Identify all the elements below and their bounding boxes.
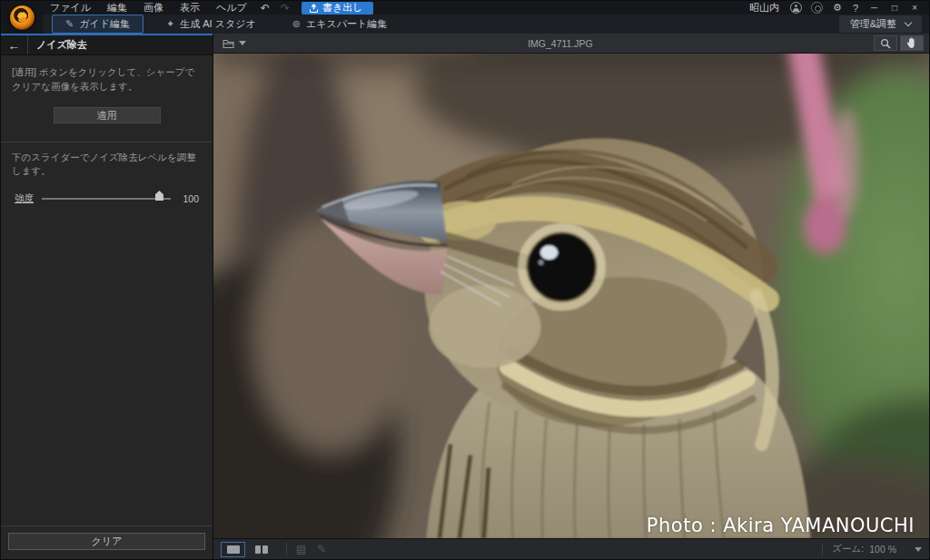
menu-item-help[interactable]: ヘルプ [209, 1, 254, 15]
split-pane-icon [262, 545, 268, 554]
folder-icon [223, 38, 236, 49]
strength-slider-handle[interactable] [155, 191, 163, 201]
zoom-tool-button[interactable] [874, 35, 897, 51]
tab-generative-ai-studio[interactable]: ✦ 生成 AI スタジオ [153, 15, 270, 34]
export-label: 書き出し [322, 1, 363, 15]
strength-slider-track[interactable] [42, 198, 171, 200]
strength-slider-label[interactable]: 強度 [15, 192, 34, 205]
settings-gear-icon[interactable]: ⚙ [828, 2, 846, 14]
maximize-button[interactable]: □ [885, 1, 904, 15]
account-icon[interactable] [790, 2, 802, 14]
hand-icon [906, 37, 917, 49]
zoom-value: 100 % [869, 544, 896, 555]
pencil-icon: ✎ [65, 18, 74, 30]
manage-adjust-label: 管理&調整 [850, 17, 896, 31]
zoom-dropdown-icon[interactable] [915, 547, 922, 552]
split-view-button[interactable] [249, 542, 273, 557]
single-view-button[interactable] [221, 542, 245, 557]
menu-bar: ファイル 編集 画像 表示 ヘルプ ↶ ↷ 書き出し 昭山内 ⚙ [43, 1, 929, 15]
canvas-footer: ▤ ✎ ズーム: 100 % [213, 538, 929, 559]
menu-item-file[interactable]: ファイル [43, 1, 98, 15]
workspace-tab-bar: ✎ ガイド編集 ✦ 生成 AI スタジオ ⊚ エキスパート編集 管理&調整 [43, 15, 929, 34]
folder-dropdown-icon [239, 41, 246, 45]
noise-removal-panel: ← ノイズ除去 [適用] ボタンをクリックして、シャープでクリアな画像を表示しま… [1, 34, 213, 559]
pen-adjust-icon: ✎ [317, 543, 326, 555]
canvas-area: IMG_4711.JPG [213, 34, 929, 559]
panel-title: ノイズ除去 [28, 35, 87, 54]
zoom-label: ズーム: [832, 543, 864, 555]
application-window: ファイル 編集 画像 表示 ヘルプ ↶ ↷ 書き出し 昭山内 ⚙ [0, 0, 930, 560]
user-name: 昭山内 [749, 1, 779, 15]
strength-slider-value: 100 [179, 193, 199, 204]
redo-icon: ↷ [276, 2, 294, 15]
tab-label: 生成 AI スタジオ [180, 17, 256, 31]
organizer-icon: ▤ [296, 543, 306, 555]
open-file-button[interactable] [219, 36, 250, 51]
panel-footer: クリア [1, 526, 213, 559]
zoom-control[interactable]: ズーム: 100 % [832, 543, 922, 555]
close-button[interactable]: × [905, 1, 924, 15]
paintshop-logo-icon [10, 5, 35, 30]
canvas-header: IMG_4711.JPG [213, 34, 929, 54]
menu-item-image[interactable]: 画像 [136, 1, 171, 15]
undo-icon[interactable]: ↶ [256, 2, 274, 15]
image-canvas[interactable]: Photo : Akira YAMANOUCHI [213, 54, 929, 538]
split-pane-icon [255, 545, 261, 554]
footer-separator [822, 543, 823, 555]
panel-description: [適用] ボタンをクリックして、シャープでクリアな画像を表示します。 [1, 55, 213, 98]
apply-button[interactable]: 適用 [54, 107, 161, 123]
bird-photo [213, 54, 929, 538]
clear-button[interactable]: クリア [8, 533, 205, 550]
menu-item-view[interactable]: 表示 [173, 1, 207, 15]
magnifier-icon [880, 38, 891, 49]
tab-expert-edit[interactable]: ⊚ エキスパート編集 [279, 15, 401, 34]
title-bar: ファイル 編集 画像 表示 ヘルプ ↶ ↷ 書き出し 昭山内 ⚙ [1, 1, 929, 34]
pan-tool-button[interactable] [900, 35, 924, 51]
sync-status-icon[interactable] [811, 2, 823, 14]
strength-slider-row: 強度 100 [1, 192, 213, 205]
export-button[interactable]: 書き出し [302, 2, 374, 15]
expert-edit-icon: ⊚ [292, 18, 301, 30]
back-arrow-icon[interactable]: ← [1, 35, 28, 54]
tab-label: エキスパート編集 [306, 17, 387, 31]
chevron-down-icon [905, 19, 912, 26]
image-filename: IMG_4711.JPG [250, 38, 871, 49]
help-icon[interactable]: ? [848, 3, 863, 14]
upload-icon [310, 4, 318, 13]
manage-adjust-dropdown[interactable]: 管理&調整 [839, 15, 922, 33]
panel-header: ← ノイズ除去 [1, 35, 213, 55]
tab-label: ガイド編集 [79, 17, 130, 31]
app-logo [1, 1, 43, 34]
photo-credit: Photo : Akira YAMANOUCHI [647, 515, 915, 536]
menu-item-edit[interactable]: 編集 [100, 1, 134, 15]
single-pane-icon [227, 545, 240, 554]
tab-guided-edit[interactable]: ✎ ガイド編集 [52, 15, 143, 34]
footer-separator [286, 543, 287, 555]
sparkle-icon: ✦ [166, 18, 174, 30]
slider-hint-text: 下のスライダーでノイズ除去レベルを調整します。 [1, 142, 213, 180]
minimize-button[interactable]: ─ [865, 1, 884, 15]
